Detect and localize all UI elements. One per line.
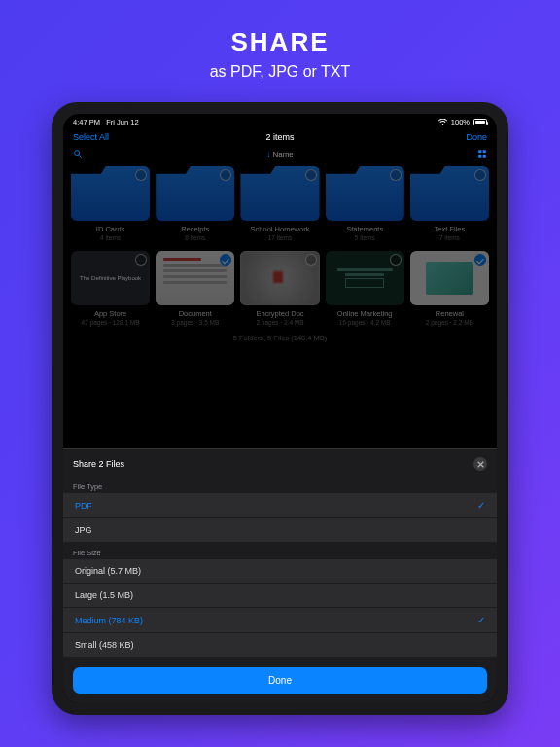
folder-sub: 7 items (439, 234, 460, 241)
file-sub: 47 pages · 128.1 MB (82, 319, 140, 326)
folder-icon (326, 166, 404, 221)
file-sub: 2 pages · 2.4 MB (256, 319, 303, 326)
option-label: PDF (75, 501, 92, 511)
promo-title: SHARE (230, 27, 329, 57)
close-button[interactable] (473, 457, 487, 471)
battery-percent: 100% (451, 118, 470, 126)
file-type-list: PDF✓JPG (63, 493, 497, 543)
file-size-label: File Size (63, 543, 497, 559)
file-tile[interactable]: Encrypted Doc2 pages · 2.4 MB (240, 251, 319, 326)
nav-title: 2 items (265, 132, 294, 142)
file-name: Document (179, 309, 212, 318)
search-icon[interactable] (73, 149, 83, 159)
file-name: Online Marketing (337, 309, 393, 318)
screen: 4:47 PM Fri Jun 12 100% Select All 2 ite… (63, 114, 497, 703)
promo-subtitle: as PDF, JPG or TXT (210, 63, 351, 81)
folder-tile[interactable]: Receipts8 items (156, 166, 234, 241)
file-sub: 2 pages · 2.2 MB (426, 319, 473, 326)
option-row[interactable]: PDF✓ (63, 493, 497, 518)
folder-tile[interactable]: School Homework17 items (240, 166, 319, 241)
file-thumb (156, 251, 234, 305)
sort-arrow-icon: ↓ (266, 150, 270, 159)
folder-sub: 4 items (100, 234, 121, 241)
summary-text: 5 Folders, 5 Files (140.4 MB) (63, 334, 497, 342)
select-ring[interactable] (390, 254, 402, 266)
select-ring[interactable] (220, 169, 231, 181)
file-name: Renewal (436, 309, 464, 318)
option-row[interactable]: Original (5.7 MB) (63, 559, 497, 584)
select-ring[interactable] (474, 169, 486, 181)
file-grid: The Definitive PlaybookApp Store47 pages… (63, 247, 497, 326)
folder-sub: 5 items (355, 234, 375, 241)
folder-name: School Homework (251, 225, 310, 233)
status-right: 100% (438, 118, 487, 126)
option-row[interactable]: Small (458 KB) (63, 633, 497, 658)
check-icon: ✓ (477, 615, 485, 625)
file-tile[interactable]: Document3 pages · 3.5 MB (156, 251, 234, 326)
option-label: Original (5.7 MB) (75, 566, 141, 576)
folder-icon (71, 166, 150, 221)
svg-line-1 (79, 155, 82, 158)
content-area: ID Cards4 itemsReceipts8 itemsSchool Hom… (63, 162, 497, 448)
folder-sub: 17 items (268, 234, 293, 241)
file-thumb (326, 251, 404, 305)
select-ring[interactable] (390, 169, 402, 181)
file-thumb: The Definitive Playbook (71, 251, 150, 305)
select-ring[interactable] (135, 254, 147, 266)
svg-rect-4 (478, 155, 481, 158)
wifi-icon (438, 119, 447, 125)
folder-tile[interactable]: Statements5 items (326, 166, 404, 241)
sort-control[interactable]: ↓ Name (88, 150, 472, 159)
folder-sub: 8 items (185, 234, 205, 241)
nav-bar: Select All 2 items Done (63, 128, 497, 146)
status-date: Fri Jun 12 (106, 118, 138, 126)
toolbar-row: ↓ Name (63, 146, 497, 162)
option-row[interactable]: JPG (63, 518, 497, 543)
nav-done-button[interactable]: Done (429, 132, 487, 142)
file-sub: 3 pages · 3.5 MB (171, 319, 219, 326)
file-thumb (240, 251, 319, 305)
file-tile[interactable]: Renewal2 pages · 2.2 MB (410, 251, 489, 326)
option-label: Large (1.5 MB) (75, 590, 133, 600)
option-label: Small (458 KB) (75, 640, 134, 650)
file-name: Encrypted Doc (256, 309, 303, 318)
folder-grid: ID Cards4 itemsReceipts8 itemsSchool Hom… (63, 162, 497, 241)
check-icon: ✓ (477, 500, 485, 511)
option-label: Medium (784 KB) (75, 616, 143, 625)
folder-name: Statements (346, 225, 383, 233)
option-label: JPG (75, 525, 92, 535)
select-ring[interactable] (305, 254, 317, 266)
select-ring[interactable] (135, 169, 147, 181)
done-button[interactable]: Done (73, 667, 487, 694)
tablet-frame: 4:47 PM Fri Jun 12 100% Select All 2 ite… (52, 102, 508, 715)
folder-icon (410, 166, 489, 221)
folder-icon (240, 166, 319, 221)
folder-name: Text Files (435, 225, 466, 233)
option-row[interactable]: Medium (784 KB)✓ (63, 608, 497, 633)
select-ring[interactable] (220, 254, 231, 266)
file-tile[interactable]: Online Marketing16 pages · 4.2 MB (326, 251, 404, 326)
status-bar: 4:47 PM Fri Jun 12 100% (63, 114, 497, 128)
select-ring[interactable] (305, 169, 317, 181)
status-time: 4:47 PM (73, 118, 100, 126)
select-ring[interactable] (474, 254, 486, 266)
file-sub: 16 pages · 4.2 MB (339, 319, 391, 326)
share-sheet: Share 2 Files File Type PDF✓JPG File Siz… (63, 448, 497, 703)
file-type-label: File Type (63, 477, 497, 493)
folder-tile[interactable]: ID Cards4 items (71, 166, 150, 241)
file-name: App Store (94, 309, 126, 318)
file-size-list: Original (5.7 MB)Large (1.5 MB)Medium (7… (63, 559, 497, 658)
sheet-header: Share 2 Files (63, 449, 497, 477)
status-left: 4:47 PM Fri Jun 12 (73, 118, 139, 126)
folder-tile[interactable]: Text Files7 items (410, 166, 489, 241)
folder-name: Receipts (181, 225, 209, 233)
sheet-title: Share 2 Files (73, 459, 124, 469)
file-tile[interactable]: The Definitive PlaybookApp Store47 pages… (71, 251, 150, 326)
folder-icon (156, 166, 234, 221)
layout-toggle-icon[interactable] (477, 149, 487, 159)
select-all-button[interactable]: Select All (73, 132, 131, 142)
svg-point-0 (75, 151, 80, 156)
option-row[interactable]: Large (1.5 MB) (63, 584, 497, 608)
thumb-text: The Definitive Playbook (77, 275, 144, 282)
file-thumb (410, 251, 489, 305)
